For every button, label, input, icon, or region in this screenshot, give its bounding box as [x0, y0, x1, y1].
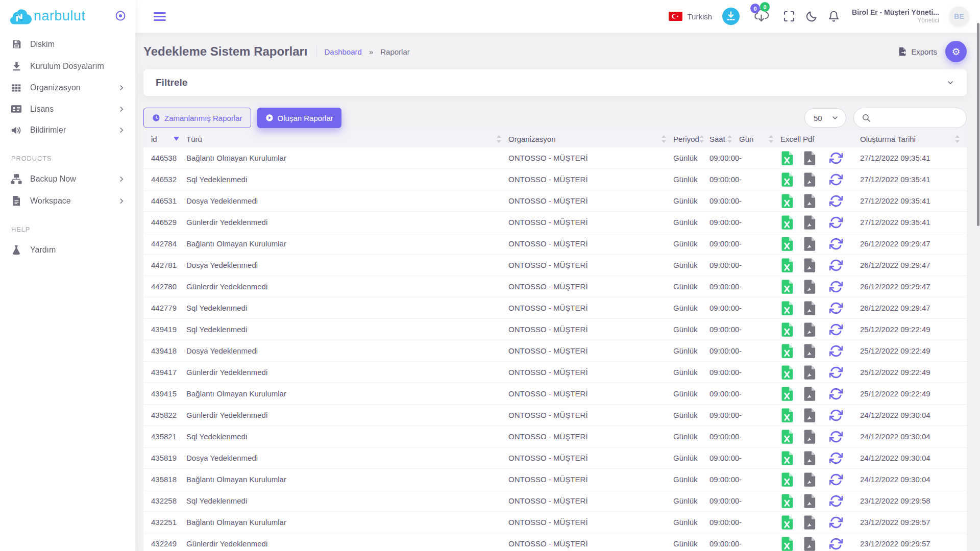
pdf-download-button[interactable]: [804, 215, 816, 230]
brand-logo[interactable]: narbulut: [8, 7, 86, 24]
regenerate-report-button[interactable]: [829, 473, 843, 486]
regenerate-report-button[interactable]: [829, 516, 843, 529]
sidebar-item-kurulum-dosyalar-m[interactable]: Kurulum Dosyalarım: [0, 56, 135, 77]
excel-download-button[interactable]: [781, 451, 793, 465]
filter-panel[interactable]: Filtrele: [143, 69, 967, 96]
excel-download-button[interactable]: [781, 280, 793, 294]
exports-button[interactable]: Exports: [897, 46, 937, 57]
page-size-select[interactable]: 50: [804, 108, 846, 128]
cell-gun: -: [739, 346, 780, 355]
language-selector[interactable]: Turkish: [669, 12, 712, 21]
regenerate-report-button[interactable]: [829, 173, 843, 186]
pdf-download-button[interactable]: [804, 387, 816, 401]
notifications-button[interactable]: [828, 10, 840, 22]
pdf-download-button[interactable]: [804, 408, 816, 422]
pdf-download-button[interactable]: [804, 451, 816, 465]
regenerate-report-button[interactable]: [829, 323, 843, 336]
excel-download-button[interactable]: [781, 365, 793, 380]
search-box: [853, 108, 967, 128]
pdf-download-button[interactable]: [804, 301, 816, 315]
regenerate-report-button[interactable]: [829, 194, 843, 208]
excel-download-button[interactable]: [781, 494, 793, 508]
column-header-tarih[interactable]: Oluşturma Tarihi: [860, 135, 967, 143]
scrollbar[interactable]: [977, 23, 979, 226]
search-input[interactable]: [875, 114, 959, 122]
excel-download-button[interactable]: [781, 430, 793, 444]
regenerate-report-button[interactable]: [829, 302, 843, 315]
download-circle-button[interactable]: [722, 8, 740, 25]
sidebar-item-bildirimler[interactable]: Bildirimler: [0, 120, 135, 140]
avatar[interactable]: BE: [949, 7, 969, 26]
pdf-download-button[interactable]: [804, 172, 816, 187]
regenerate-report-button[interactable]: [829, 366, 843, 379]
excel-download-button[interactable]: [781, 387, 793, 401]
pdf-download-button[interactable]: [804, 344, 816, 358]
regenerate-report-button[interactable]: [829, 259, 843, 272]
excel-download-button[interactable]: [781, 537, 793, 551]
fullscreen-button[interactable]: [783, 10, 795, 22]
pdf-download-button[interactable]: [804, 365, 816, 380]
column-header-periyod[interactable]: Periyod: [673, 135, 709, 143]
sidebar-nav: DiskimKurulum DosyalarımOrganizasyonLisa…: [0, 34, 135, 260]
regenerate-report-button[interactable]: [829, 537, 843, 550]
regenerate-report-button[interactable]: [829, 452, 843, 465]
pdf-download-button[interactable]: [804, 194, 816, 208]
excel-download-button[interactable]: [781, 408, 793, 422]
column-header-gun[interactable]: Gün: [739, 135, 780, 143]
regenerate-report-button[interactable]: [829, 494, 843, 508]
sidebar-item-lisans[interactable]: Lisans: [0, 99, 135, 119]
regenerate-report-button[interactable]: [829, 344, 843, 358]
menu-toggle-button[interactable]: [154, 12, 166, 21]
cell-id: 442784: [151, 239, 186, 248]
dark-mode-toggle[interactable]: [805, 10, 818, 22]
excel-download-button[interactable]: [781, 258, 793, 272]
cloud-download-button[interactable]: 0 0: [753, 8, 770, 25]
cell-periyod: Günlük: [673, 239, 709, 248]
regenerate-report-button[interactable]: [829, 152, 843, 165]
pdf-download-button[interactable]: [804, 472, 816, 487]
cell-id: 439418: [151, 346, 186, 355]
pdf-download-button[interactable]: [804, 151, 816, 165]
excel-download-button[interactable]: [781, 472, 793, 487]
excel-download-button[interactable]: [781, 322, 793, 337]
excel-download-button[interactable]: [781, 215, 793, 230]
pdf-download-button[interactable]: [804, 515, 816, 530]
column-header-saat[interactable]: Saat: [709, 135, 739, 143]
excel-download-button[interactable]: [781, 151, 793, 165]
sidebar-item-yard-m[interactable]: Yardım: [0, 239, 135, 260]
column-header-organizasyon[interactable]: Organizasyon: [508, 135, 673, 143]
column-header-id[interactable]: id: [151, 135, 186, 143]
sidebar-item-diskim[interactable]: Diskim: [0, 34, 135, 55]
pdf-download-button[interactable]: [804, 280, 816, 294]
pdf-download-button[interactable]: [804, 430, 816, 444]
regenerate-report-button[interactable]: [829, 237, 843, 251]
sidebar-item-workspace[interactable]: Workspace: [0, 190, 135, 211]
user-menu[interactable]: Birol Er - Müşteri Yöneti... Yönetici: [852, 8, 939, 25]
column-header-turu[interactable]: Türü: [186, 135, 508, 143]
excel-download-button[interactable]: [781, 237, 793, 251]
chevron-right-icon: [118, 176, 125, 183]
cell-periyod: Günlük: [673, 496, 709, 505]
sidebar-item-organizasyon[interactable]: Organizasyon: [0, 78, 135, 98]
pdf-download-button[interactable]: [804, 537, 816, 551]
excel-download-button[interactable]: [781, 515, 793, 530]
excel-download-button[interactable]: [781, 172, 793, 187]
excel-download-button[interactable]: [781, 344, 793, 358]
excel-download-button[interactable]: [781, 301, 793, 315]
sidebar-item-backup-now[interactable]: Backup Now: [0, 168, 135, 189]
breadcrumb-dashboard-link[interactable]: Dashboard: [325, 47, 362, 56]
sidebar-pin-icon[interactable]: [115, 10, 126, 21]
regenerate-report-button[interactable]: [829, 280, 843, 293]
settings-button[interactable]: ⚙: [945, 41, 967, 62]
pdf-download-button[interactable]: [804, 258, 816, 272]
pdf-download-button[interactable]: [804, 237, 816, 251]
scheduled-reports-button[interactable]: Zamanlanmış Raporlar: [143, 108, 251, 128]
generated-reports-button[interactable]: Oluşan Raporlar: [257, 108, 341, 128]
regenerate-report-button[interactable]: [829, 430, 843, 443]
regenerate-report-button[interactable]: [829, 216, 843, 229]
pdf-download-button[interactable]: [804, 322, 816, 337]
pdf-download-button[interactable]: [804, 494, 816, 508]
excel-download-button[interactable]: [781, 194, 793, 208]
regenerate-report-button[interactable]: [829, 409, 843, 422]
regenerate-report-button[interactable]: [829, 387, 843, 400]
